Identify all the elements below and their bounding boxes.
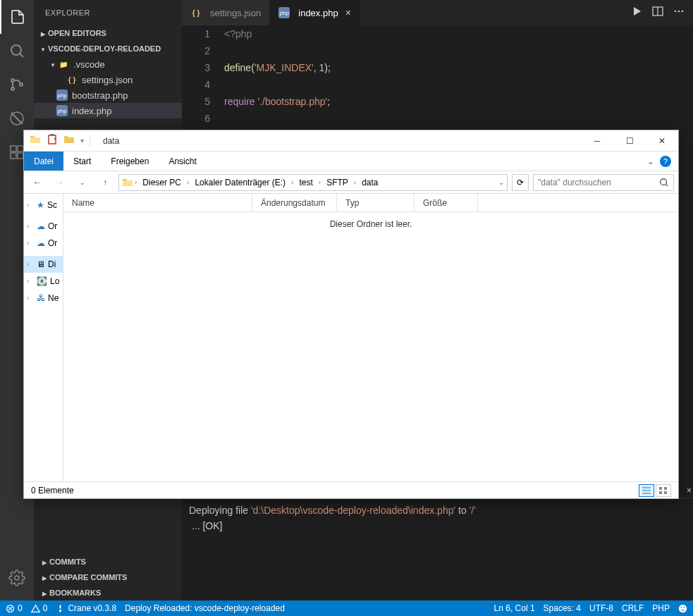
section-compare-commits[interactable]: COMPARE COMMITS (34, 569, 182, 585)
php-icon: php (278, 7, 290, 18)
svg-point-13 (675, 11, 677, 13)
section-open-editors[interactable]: OPEN EDITORS (34, 25, 182, 41)
svg-rect-31 (664, 491, 667, 494)
json-icon: { } (190, 7, 202, 18)
tree-item[interactable]: ›🖥Di (24, 256, 63, 273)
breadcrumb-item[interactable]: Dieser PC (138, 178, 185, 187)
window-titlebar[interactable]: ▾ data ─ ☐ ✕ (24, 130, 678, 152)
panel-close-icon[interactable]: × (687, 486, 692, 495)
activity-git-icon[interactable] (0, 68, 34, 101)
breadcrumb-item[interactable]: test (295, 178, 317, 187)
close-button[interactable]: ✕ (646, 130, 678, 152)
item-count: 0 Elemente (31, 486, 74, 495)
svg-rect-28 (659, 487, 662, 490)
activity-search-icon[interactable] (0, 34, 34, 68)
status-deploy[interactable]: Deploy Reloaded: vscode-deploy-reloaded (125, 603, 285, 613)
svg-line-1 (20, 54, 23, 57)
column-name[interactable]: Name (63, 194, 252, 211)
activity-explorer-icon[interactable] (0, 0, 34, 34)
minimize-button[interactable]: ─ (581, 130, 613, 152)
breadcrumb-item[interactable]: Lokaler Datenträger (E:) (190, 178, 290, 187)
tree-item[interactable]: ›★Sc (24, 197, 63, 214)
column-type[interactable]: Typ (337, 194, 415, 211)
tree-item[interactable]: ›☁Or (24, 218, 63, 235)
tree-item[interactable]: ›☁Or (24, 235, 63, 252)
activity-settings-icon[interactable] (0, 561, 34, 595)
file-explorer-window: ▾ data ─ ☐ ✕ Datei Start Freigeben Ansic… (23, 130, 679, 499)
svg-point-2 (11, 79, 14, 82)
terminal-output[interactable]: Deploying file 'd:\Desktop\vscode-deploy… (182, 498, 693, 541)
nav-tree: ›★Sc ›☁Or ›☁Or ›🖥Di ›💽Lo ›🖧Ne (24, 194, 63, 481)
svg-point-0 (11, 45, 21, 55)
qat-properties-icon[interactable] (47, 134, 58, 147)
tree-folder-vscode[interactable]: 📁 .vscode (34, 56, 182, 72)
svg-rect-9 (18, 146, 23, 152)
svg-rect-8 (18, 153, 23, 159)
tree-file-bootstrap[interactable]: php bootstrap.php (34, 87, 182, 103)
ribbon-tab-share[interactable]: Freigeben (101, 152, 159, 171)
tab-settings[interactable]: { } settings.json (182, 0, 270, 25)
folder-icon (30, 134, 41, 147)
status-warnings[interactable]: 0 (31, 603, 48, 613)
window-title: data (103, 136, 119, 146)
svg-point-4 (20, 83, 23, 86)
search-input[interactable] (538, 178, 659, 187)
svg-point-23 (661, 178, 667, 185)
tab-index[interactable]: php index.php × (270, 0, 360, 25)
status-spaces[interactable]: Spaces: 4 (544, 603, 581, 613)
file-list: Name Änderungsdatum Typ Größe Dieser Ord… (63, 194, 678, 481)
help-icon[interactable]: ? (660, 156, 671, 167)
ribbon-expand-icon[interactable]: ⌄ (647, 156, 654, 166)
svg-point-20 (681, 607, 682, 608)
status-eol[interactable]: CRLF (622, 603, 644, 613)
ribbon-tab-start[interactable]: Start (63, 152, 101, 171)
split-editor-icon[interactable] (652, 6, 663, 20)
ribbon-tab-file[interactable]: Datei (24, 152, 63, 171)
svg-rect-6 (11, 146, 16, 152)
status-encoding[interactable]: UTF-8 (589, 603, 613, 613)
run-icon[interactable] (631, 6, 642, 20)
status-feedback-icon[interactable] (678, 604, 687, 613)
tree-item[interactable]: ›🖧Ne (24, 290, 63, 307)
maximize-button[interactable]: ☐ (613, 130, 646, 152)
tree-item[interactable]: ›💽Lo (24, 273, 63, 290)
tree-file-index[interactable]: php index.php (34, 103, 182, 118)
folder-icon (122, 177, 133, 188)
nav-up-button[interactable]: ↑ (96, 174, 114, 191)
explorer-statusbar: 0 Elemente (24, 481, 678, 498)
status-language[interactable]: PHP (652, 603, 670, 613)
status-line-col[interactable]: Ln 6, Col 1 (494, 603, 535, 613)
tab-close-icon[interactable]: × (345, 7, 351, 18)
section-commits[interactable]: COMMITS (34, 554, 182, 569)
svg-rect-29 (664, 487, 667, 490)
terminal-panel: × Deploying file 'd:\Desktop\vscode-depl… (182, 498, 693, 541)
section-bookmarks[interactable]: BOOKMARKS (34, 585, 182, 600)
breadcrumb[interactable]: › Dieser PC› Lokaler Datenträger (E:)› t… (118, 174, 508, 191)
search-box[interactable] (533, 174, 674, 191)
nav-back-button[interactable]: ← (28, 174, 47, 191)
status-errors[interactable]: 0 (6, 603, 23, 613)
status-crane[interactable]: Crane v0.3.8 (56, 603, 116, 613)
refresh-button[interactable]: ⟳ (512, 174, 529, 191)
view-icons-button[interactable] (656, 484, 671, 497)
svg-point-21 (684, 607, 685, 608)
nav-recent-button[interactable]: ⌄ (73, 174, 92, 191)
ribbon-tab-view[interactable]: Ansicht (159, 152, 206, 171)
view-details-button[interactable] (639, 484, 654, 497)
empty-folder-message: Dieser Ordner ist leer. (63, 212, 678, 481)
column-size[interactable]: Größe (415, 194, 478, 211)
nav-forward-button[interactable]: → (51, 174, 69, 191)
more-icon[interactable] (673, 6, 685, 20)
svg-point-3 (11, 87, 14, 90)
column-modified[interactable]: Änderungsdatum (252, 194, 337, 211)
svg-point-14 (678, 11, 680, 13)
json-icon: { } (66, 74, 78, 85)
section-project[interactable]: VSCODE-DEPLOY-RELOADED (34, 41, 182, 56)
breadcrumb-item[interactable]: SFTP (322, 178, 352, 187)
tree-file-settings[interactable]: { } settings.json (34, 72, 182, 87)
sidebar-title: EXPLORER (34, 0, 182, 25)
qat-newfolder-icon[interactable] (63, 134, 75, 147)
breadcrumb-item[interactable]: data (357, 178, 382, 187)
column-headers: Name Änderungsdatum Typ Größe (63, 194, 678, 212)
nav-bar: ← → ⌄ ↑ › Dieser PC› Lokaler Datenträger… (24, 171, 678, 194)
